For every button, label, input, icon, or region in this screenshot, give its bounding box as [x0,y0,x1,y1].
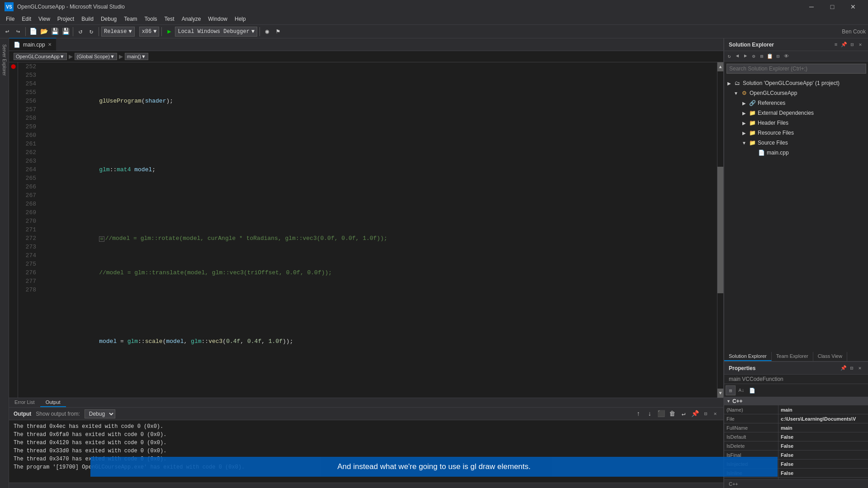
se-header-controls: ≡ 📌 ⊡ ✕ [832,41,864,48]
output-up-btn[interactable]: ↑ [633,409,643,419]
platform-dropdown[interactable]: x86 ▼ [139,27,160,37]
prop-row-isdefault: IsDefault False [724,432,868,441]
menu-analyze[interactable]: Analyze [178,14,205,25]
code-content[interactable]: ⬤ 252 253 254 255 256 257 258 259 260 26… [9,62,723,398]
se-project-node[interactable]: ▼ ⚙ OpenGLCourseApp [724,88,868,98]
menu-test[interactable]: Test [161,14,178,25]
output-line-1: The thread 0x4ec has exited with code 0 … [14,422,719,431]
scroll-up-btn[interactable]: ▲ [717,62,723,71]
menu-team[interactable]: Team [120,14,141,25]
menu-project[interactable]: Project [54,14,78,25]
output-title: Output [14,411,31,417]
nav-btn[interactable]: ⚑ [273,27,283,37]
editor-scrollbar[interactable]: ▲ ▼ [717,62,723,398]
se-ext-deps-node[interactable]: ▶ 📁 External Dependencies [724,108,868,118]
menu-help[interactable]: Help [231,14,250,25]
scroll-track[interactable] [717,71,723,389]
se-sync-btn[interactable]: ↻ [726,52,733,60]
se-forward-btn[interactable]: ► [742,52,749,60]
tab-output[interactable]: Output [40,398,66,407]
close-button[interactable]: ✕ [843,0,863,14]
right-panel: Solution Explorer ≡ 📌 ⊡ ✕ ↻ ◄ ► ⚙ ⊞ 📋 ⊟ … [723,38,868,488]
se-main-cpp-node[interactable]: ▶ 📄 main.cpp [724,148,868,158]
output-clear-btn[interactable]: 🗑 [667,409,677,419]
prop-pin-btn[interactable]: 📌 [840,365,847,372]
sidebar-server-explorer[interactable]: Server Explorer [0,41,8,79]
save-btn[interactable]: 💾 [50,27,60,37]
scroll-thumb[interactable] [717,167,723,294]
code-line-256: ⊟//model = glm::rotate(model, curAngle *… [43,225,717,234]
maximize-button[interactable]: □ [822,0,843,14]
prop-footer: C++ [724,479,868,488]
tab-error-list[interactable]: Error List [9,398,40,407]
output-header: Output Show output from: Debug ↑ ↓ ⬛ 🗑 ↵… [9,408,723,420]
open-btn[interactable]: 📂 [39,27,49,37]
scroll-down-btn[interactable]: ▼ [717,389,723,398]
se-references-node[interactable]: ▶ 🔗 References [724,98,868,108]
menu-tools[interactable]: Tools [141,14,161,25]
se-resource-files-node[interactable]: ▶ 📁 Resource Files [724,128,868,138]
tab-main-cpp[interactable]: 📄 main.cpp ✕ [9,38,57,51]
se-header-files-node[interactable]: ▶ 📁 Header Files [724,118,868,128]
se-files-btn[interactable]: 📋 [766,52,774,60]
menu-edit[interactable]: Edit [18,14,35,25]
code-area[interactable]: glUseProgram(shader); glm::mat4 model; ⊟… [41,62,717,398]
new-btn[interactable]: 📄 [28,27,38,37]
prop-undock-btn[interactable]: ⊡ [848,365,855,372]
se-preview-btn[interactable]: 👁 [783,52,790,60]
forward-btn[interactable]: ↪ [13,27,23,37]
code-line-252: glUseProgram(shader); [43,88,717,97]
breadcrumb-project-dropdown[interactable]: OpenGLCourseApp ▼ [14,53,67,60]
redo-btn[interactable]: ↻ [86,27,96,37]
output-undock-btn[interactable]: ⊡ [702,410,709,418]
menu-build[interactable]: Build [78,14,97,25]
output-source-dropdown[interactable]: Debug [85,409,115,418]
build-config-dropdown[interactable]: Release ▼ [101,27,135,37]
menu-debug[interactable]: Debug [97,14,120,25]
se-solution-node[interactable]: ▶ 🗂 Solution 'OpenGLCourseApp' (1 projec… [724,78,868,88]
prop-close-btn[interactable]: ✕ [856,365,863,372]
output-down-btn[interactable]: ↓ [645,409,655,419]
minimize-button[interactable]: ─ [801,0,822,14]
se-back-btn[interactable]: ◄ [734,52,741,60]
se-tab-solution-explorer[interactable]: Solution Explorer [724,352,772,361]
output-close-btn[interactable]: ✕ [712,410,719,418]
breadcrumb-scope-dropdown[interactable]: (Global Scope) ▼ [75,53,117,60]
back-btn[interactable]: ↩ [2,27,12,37]
output-word-wrap-btn[interactable]: ↵ [679,409,689,419]
menu-file[interactable]: File [2,14,18,25]
undo-btn[interactable]: ↺ [75,27,85,37]
prop-val-isdefault: False [778,432,868,441]
menu-window[interactable]: Window [204,14,231,25]
save-all-btn[interactable]: 💾 [61,27,71,37]
header-files-label: Header Files [758,120,788,126]
prop-category-btn[interactable]: ⊞ [726,385,736,395]
breadcrumb-member-dropdown[interactable]: main() ▼ [125,53,148,60]
se-pin-btn[interactable]: 📌 [840,41,848,48]
se-close-btn[interactable]: ✕ [857,41,864,48]
debugger-dropdown[interactable]: Local Windows Debugger ▼ [175,27,257,37]
se-source-files-node[interactable]: ▼ 📁 Source Files [724,138,868,148]
se-undock-btn[interactable]: ⊡ [849,41,856,48]
bp-btn[interactable]: ◉ [262,27,272,37]
se-collapse-btn[interactable]: ≡ [832,41,840,48]
tab-close-btn[interactable]: ✕ [48,42,52,47]
prop-row-fullname: FullName main [724,423,868,432]
title-bar: VS OpenGLCourseApp - Microsoft Visual St… [0,0,868,14]
ext-deps-label: External Dependencies [758,110,814,116]
output-stop-btn[interactable]: ⬛ [656,409,666,419]
se-tab-team-explorer[interactable]: Team Explorer [772,352,813,361]
output-pin-btn[interactable]: 📌 [690,409,700,419]
prop-alpha-btn[interactable]: A↓ [736,385,746,395]
se-filter-btn[interactable]: ⊞ [758,52,765,60]
code-line-255 [43,191,717,200]
output-scrollbar[interactable] [9,483,723,488]
se-tab-class-view[interactable]: Class View [813,352,847,361]
se-settings-btn[interactable]: ⚙ [750,52,757,60]
menu-view[interactable]: View [35,14,54,25]
ext-deps-arrow: ▶ [741,111,747,116]
se-search-input[interactable] [726,64,866,74]
prop-page-btn[interactable]: 📄 [747,385,757,395]
start-debug-btn[interactable]: ▶ [164,27,174,37]
se-properties-btn[interactable]: ⊟ [774,52,782,60]
